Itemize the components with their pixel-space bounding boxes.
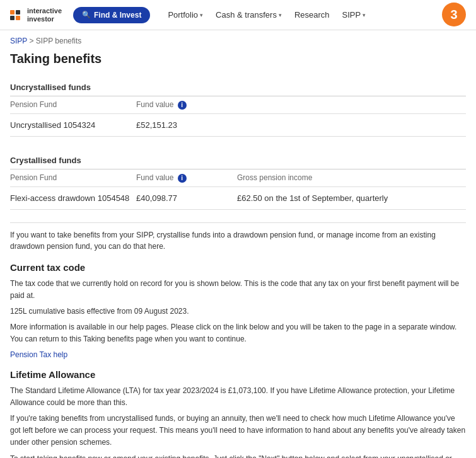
logo-sq-2 [16,10,20,14]
lta-para1: The Standard Lifetime Allowance (LTA) fo… [10,385,466,409]
main-nav: Portfolio ▾ Cash & transfers ▾ Research … [163,8,371,22]
notification-badge[interactable]: 3 [442,3,466,26]
uncrystallised-table: Pension Fund Fund value i Uncrystallised… [10,96,466,137]
header: interactive investor 🔍 Find & Invest Por… [0,0,476,30]
crystallised-table: Pension Fund Fund value i Gross pension … [10,169,466,210]
chevron-down-icon: ▾ [279,12,282,18]
crystallised-data-row: Flexi-access drawdown 1054548 £40,098.77… [10,187,466,210]
uncrystallised-data-row: Uncrystallised 1054324 £52,151.23 [10,114,466,137]
crystallised-fund-value: £40,098.77 [136,193,237,203]
lta-para3: To start taking benefits now or amend yo… [10,453,466,458]
nav-sipp[interactable]: SIPP ▾ [337,8,371,22]
lta-para2: If you're taking benefits from uncrystal… [10,413,466,449]
breadcrumb-current: SIPP benefits [36,37,82,45]
breadcrumb-separator: > [29,37,35,45]
info-icon[interactable]: i [178,101,187,110]
uncrystallised-label: Uncrystallised funds [10,76,466,96]
page-title: Taking benefits [0,49,476,76]
logo-sq-1 [10,10,15,14]
col-fund-value-c-label: Fund value [136,173,173,182]
col-pension-header: Pension Fund [10,100,136,110]
crystallised-label: Crystallised funds [10,149,466,169]
nav-portfolio-label: Portfolio [168,10,198,20]
tax-code-para1: The tax code that we currently hold on r… [10,278,466,302]
logo-line2: investor [27,15,62,23]
crystallised-header-row: Pension Fund Fund value i Gross pension … [10,169,466,187]
uncrystallised-header-row: Pension Fund Fund value i [10,96,466,114]
nav-sipp-label: SIPP [342,10,361,20]
tax-code-para3: More information is available in our hel… [10,321,466,345]
search-icon: 🔍 [82,11,91,19]
col-gross-header: Gross pension income [237,173,466,183]
logo-sq-4 [16,16,20,20]
logo-icon [10,10,23,20]
find-invest-button[interactable]: 🔍 Find & Invest [73,7,150,23]
info-icon-c[interactable]: i [178,174,187,183]
nav-research-label: Research [294,10,330,20]
col-pension-c-header: Pension Fund [10,173,136,183]
col-fund-value-c-header: Fund value i [136,173,237,183]
chevron-down-icon: ▾ [363,12,366,18]
nav-portfolio[interactable]: Portfolio ▾ [163,8,208,22]
logo: interactive investor [10,7,62,22]
pension-tax-help-link[interactable]: Pension Tax help [10,350,67,359]
logo-line1: interactive [27,7,62,14]
lifetime-allowance-title: Lifetime Allowance [10,369,466,380]
uncrystallised-section: Uncrystallised funds Pension Fund Fund v… [10,76,466,137]
info-paragraph: If you want to take benefits from your S… [10,222,466,252]
chevron-down-icon: ▾ [200,12,203,18]
logo-sq-3 [10,16,15,20]
notification-number: 3 [450,8,457,22]
tax-code-title: Current tax code [10,262,466,273]
tax-code-para2: 125L cumulative basis effective from 09 … [10,306,466,318]
crystallised-section: Crystallised funds Pension Fund Fund val… [10,149,466,210]
nav-cash-transfers[interactable]: Cash & transfers ▾ [211,8,287,22]
tax-code-section: Current tax code The tax code that we cu… [10,262,466,359]
logo-text: interactive investor [27,7,62,22]
breadcrumb: SIPP > SIPP benefits [0,30,476,49]
col-fund-value-header: Fund value i [136,100,237,110]
main-content: Uncrystallised funds Pension Fund Fund v… [0,76,476,458]
logo-squares [10,10,20,20]
nav-research[interactable]: Research [289,8,335,22]
find-invest-label: Find & Invest [94,11,141,20]
crystallised-pension-name: Flexi-access drawdown 1054548 [10,193,136,203]
breadcrumb-parent[interactable]: SIPP [10,37,27,45]
lifetime-allowance-section: Lifetime Allowance The Standard Lifetime… [10,369,466,458]
crystallised-gross-income: £62.50 on the 1st of September, quarterl… [237,193,466,203]
nav-cash-label: Cash & transfers [216,10,277,20]
col-fund-value-label: Fund value [136,100,173,109]
uncrystallised-fund-value: £52,151.23 [136,120,237,130]
uncrystallised-pension-name: Uncrystallised 1054324 [10,120,136,130]
